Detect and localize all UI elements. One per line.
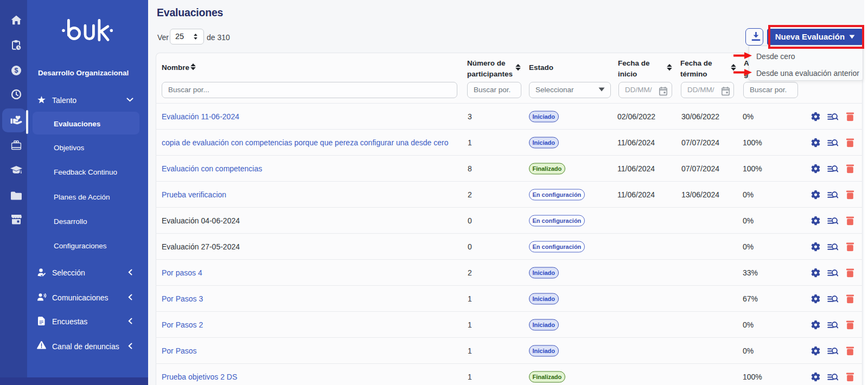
svg-text:$: $ [15,67,18,74]
